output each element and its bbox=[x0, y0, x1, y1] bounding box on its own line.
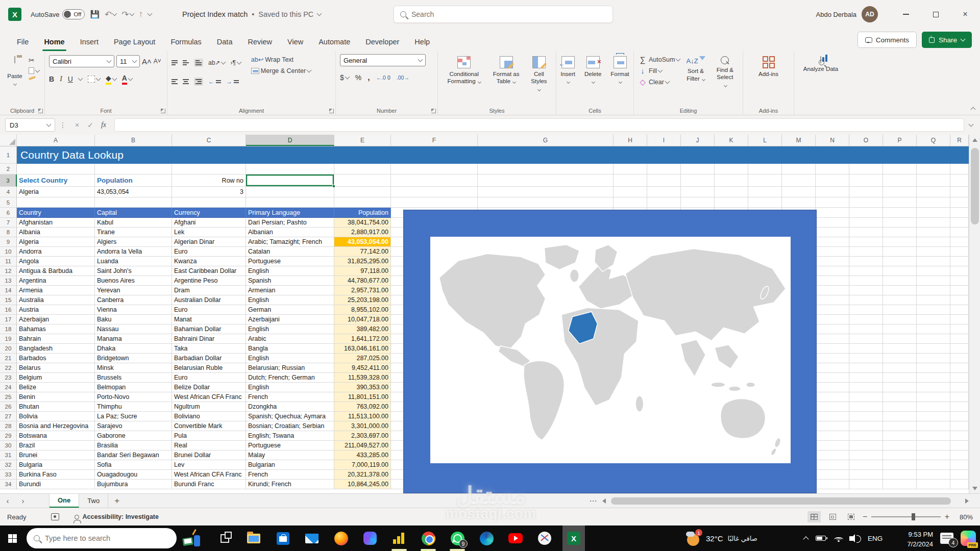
analyze-data-button[interactable]: Analyze Data bbox=[800, 54, 841, 106]
cell-N3[interactable] bbox=[816, 174, 849, 187]
cell-C22[interactable]: Belarusian Ruble bbox=[172, 363, 246, 373]
cell-R18[interactable] bbox=[950, 324, 969, 334]
column-header-J[interactable]: J bbox=[681, 135, 715, 146]
cell-D19[interactable]: Arabic bbox=[246, 334, 334, 344]
column-header-R[interactable]: R bbox=[950, 135, 969, 146]
row-header-31[interactable]: 31 bbox=[0, 450, 17, 460]
cell-P28[interactable] bbox=[883, 421, 917, 431]
cell-P5[interactable] bbox=[883, 197, 917, 208]
cell-B6[interactable]: Capital bbox=[95, 208, 172, 218]
cell-F2[interactable] bbox=[391, 164, 478, 174]
cell-C34[interactable]: Burundi Franc bbox=[172, 480, 246, 489]
cell-P31[interactable] bbox=[883, 450, 917, 460]
cell-Q34[interactable] bbox=[917, 480, 950, 489]
cell-O34[interactable] bbox=[849, 480, 883, 489]
cell-O18[interactable] bbox=[849, 324, 883, 334]
cell-N21[interactable] bbox=[816, 354, 849, 363]
cell-G3[interactable] bbox=[478, 174, 614, 187]
zoom-thumb[interactable] bbox=[912, 513, 915, 520]
cell-P25[interactable] bbox=[883, 392, 917, 402]
align-left-button[interactable] bbox=[172, 79, 178, 84]
font-color-button[interactable]: A bbox=[122, 74, 132, 85]
cell-B31[interactable]: Bandar Seri Begawan bbox=[95, 450, 172, 460]
cell-B29[interactable]: Gaborone bbox=[95, 431, 172, 441]
cell-P30[interactable] bbox=[883, 441, 917, 450]
cell-B11[interactable]: Luanda bbox=[95, 257, 172, 266]
column-header-B[interactable]: B bbox=[95, 135, 172, 146]
cell-N5[interactable] bbox=[816, 197, 849, 208]
cell-Q3[interactable] bbox=[917, 174, 950, 187]
dialog-launcher-icon[interactable] bbox=[329, 109, 334, 113]
cell-D18[interactable]: English bbox=[246, 324, 334, 334]
cell-Q17[interactable] bbox=[917, 315, 950, 324]
cell-O22[interactable] bbox=[849, 363, 883, 373]
cell-R12[interactable] bbox=[950, 266, 969, 276]
cell-R3[interactable] bbox=[950, 174, 969, 187]
row-header-13[interactable]: 13 bbox=[0, 276, 17, 286]
cell-Q6[interactable] bbox=[917, 208, 950, 218]
microsoft-store-icon[interactable] bbox=[272, 525, 294, 551]
cell-R17[interactable] bbox=[950, 315, 969, 324]
font-size-select[interactable]: 11 bbox=[116, 55, 140, 67]
cell-M5[interactable] bbox=[782, 197, 816, 208]
tab-data[interactable]: Data bbox=[209, 34, 240, 51]
cell-P16[interactable] bbox=[883, 305, 917, 315]
cell-R29[interactable] bbox=[950, 431, 969, 441]
cell-A17[interactable]: Azerbaijan bbox=[17, 315, 95, 324]
row-header-11[interactable]: 11 bbox=[0, 257, 17, 266]
column-header-C[interactable]: C bbox=[172, 135, 246, 146]
row-header-34[interactable]: 34 bbox=[0, 480, 17, 489]
cell-E24[interactable]: 390,353.00 bbox=[334, 383, 391, 392]
cell-R24[interactable] bbox=[950, 383, 969, 392]
cell-D7[interactable]: Dari Persian; Pashto bbox=[246, 218, 334, 228]
cell-N34[interactable] bbox=[816, 480, 849, 489]
cell-A16[interactable]: Austria bbox=[17, 305, 95, 315]
clear-button[interactable]: ◇Clear bbox=[638, 78, 680, 87]
tab-automate[interactable]: Automate bbox=[311, 34, 358, 51]
cell-C12[interactable]: East Caribbean Dollar bbox=[172, 266, 246, 276]
cell-E3[interactable] bbox=[334, 174, 391, 187]
cell-D23[interactable]: Dutch; French; German bbox=[246, 373, 334, 383]
cell-C28[interactable]: Convertible Mark bbox=[172, 421, 246, 431]
cell-M2[interactable] bbox=[782, 164, 816, 174]
column-header-Q[interactable]: Q bbox=[917, 135, 950, 146]
merge-center-button[interactable]: Merge & Center bbox=[251, 67, 311, 74]
prev-sheet-button[interactable]: ‹ bbox=[0, 494, 15, 508]
comments-button[interactable]: Comments bbox=[857, 32, 917, 48]
cell-B19[interactable]: Manama bbox=[95, 334, 172, 344]
cell-E14[interactable]: 2,957,731.00 bbox=[334, 286, 391, 295]
cell-A24[interactable]: Belize bbox=[17, 383, 95, 392]
cell-O13[interactable] bbox=[849, 276, 883, 286]
taskbar-search-input[interactable] bbox=[45, 534, 157, 542]
scrollbar-options-button[interactable]: ⋯ bbox=[587, 495, 599, 507]
cut-button[interactable]: ✂ bbox=[29, 56, 39, 64]
cell-N33[interactable] bbox=[816, 470, 849, 480]
cell-C32[interactable]: Lev bbox=[172, 460, 246, 470]
format-painter-button[interactable] bbox=[29, 77, 39, 79]
cell-D14[interactable]: Armenian bbox=[246, 286, 334, 295]
cell-L3[interactable] bbox=[748, 174, 782, 187]
cell-P21[interactable] bbox=[883, 354, 917, 363]
cell-B10[interactable]: Andorra la Vella bbox=[95, 247, 172, 257]
cell-Q31[interactable] bbox=[917, 450, 950, 460]
cell-P19[interactable] bbox=[883, 334, 917, 344]
cell-O10[interactable] bbox=[849, 247, 883, 257]
cell-D25[interactable]: French bbox=[246, 392, 334, 402]
increase-indent-button[interactable]: → bbox=[226, 78, 239, 85]
task-view-icon[interactable] bbox=[213, 525, 236, 551]
cell-C3[interactable]: Row no bbox=[172, 174, 246, 187]
avatar[interactable]: AD bbox=[862, 6, 878, 22]
column-header-H[interactable]: H bbox=[614, 135, 647, 146]
cell-P33[interactable] bbox=[883, 470, 917, 480]
cell-C31[interactable]: Brunei Dollar bbox=[172, 450, 246, 460]
bold-button[interactable]: B bbox=[49, 75, 54, 83]
cell-D32[interactable]: Bulgarian bbox=[246, 460, 334, 470]
row-header-4[interactable]: 4 bbox=[0, 187, 17, 197]
cell-Q32[interactable] bbox=[917, 460, 950, 470]
decrease-font-button[interactable]: A˅ bbox=[154, 58, 161, 65]
select-all-corner[interactable] bbox=[0, 135, 17, 146]
accessibility-status[interactable]: Accessibility: Investigate bbox=[75, 513, 159, 520]
cell-D21[interactable]: English bbox=[246, 354, 334, 363]
expand-formula-bar-icon[interactable] bbox=[969, 122, 974, 127]
align-middle-button[interactable] bbox=[183, 60, 189, 65]
